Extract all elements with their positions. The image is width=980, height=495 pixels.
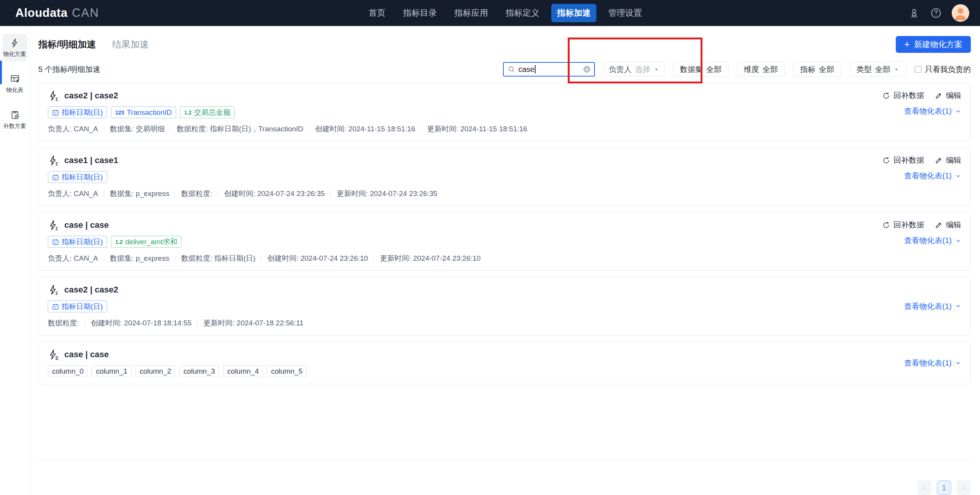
plan-card: Σ case | case 指标日期(日) 1.2 deliver_amt求和 xyxy=(38,212,971,271)
calendar-icon xyxy=(52,239,59,245)
date-grain-tag: 指标日期(日) xyxy=(48,236,107,248)
acceleration-plan-list: Σ case2 | case2 指标日期(日) 123 TransactionI… xyxy=(38,83,971,390)
dimension-tag: 123 TransactionID xyxy=(111,106,176,118)
sidebar-item-materialization-plan[interactable]: 物化方案 xyxy=(3,34,27,61)
backfill-data-button[interactable]: 回补数据 xyxy=(882,220,924,230)
edit-button[interactable]: 编辑 xyxy=(935,90,961,101)
measure-tag: 1.2 交易总金额 xyxy=(180,106,235,118)
pagination-next-button[interactable] xyxy=(956,480,971,495)
measure-type-icon: 1.2 xyxy=(115,239,122,245)
metric-plan-icon: Σ xyxy=(48,90,59,101)
view-materialized-table-link[interactable]: 查看物化表(1) xyxy=(904,235,961,246)
clear-search-icon[interactable]: ✕ xyxy=(583,66,590,73)
new-materialization-plan-button[interactable]: + 新建物化方案 xyxy=(896,36,971,53)
metric-plan-icon: Σ xyxy=(48,284,59,296)
only-mine-checkbox[interactable]: 只看我负责的 xyxy=(915,64,971,75)
calendar-icon xyxy=(52,109,59,116)
caret-down-icon xyxy=(654,67,659,72)
tab-result-acceleration[interactable]: 结果加速 xyxy=(112,38,149,51)
page-tabs: 指标/明细加速 结果加速 xyxy=(38,38,149,51)
nav-item-admin-settings[interactable]: 管理设置 xyxy=(603,4,648,22)
plus-icon: + xyxy=(904,39,910,49)
plan-card: case | case column_0 column_1 column_2 c… xyxy=(38,341,971,384)
topbar: Aloudata CAN 首页 指标目录 指标应用 指标定义 指标加速 管理设置 xyxy=(0,0,980,26)
plan-meta: 负责人: CAN_A 数据集: p_express 数据粒度: 创建时间: 20… xyxy=(48,189,961,199)
nav-item-metric-catalog[interactable]: 指标目录 xyxy=(397,4,443,22)
nav-item-home[interactable]: 首页 xyxy=(363,4,391,22)
edit-button[interactable]: 编辑 xyxy=(935,155,961,165)
column-tag: column_0 xyxy=(48,365,88,377)
measure-type-icon: 1.2 xyxy=(184,109,191,116)
logo-product: CAN xyxy=(72,6,99,20)
date-grain-tag: 指标日期(日) xyxy=(48,171,107,183)
sidebar-item-backfill-plan[interactable]: 补数方案 xyxy=(3,106,27,133)
view-materialized-table-link[interactable]: 查看物化表(1) xyxy=(904,358,961,368)
chevron-down-icon xyxy=(955,238,961,244)
nav-item-metric-acceleration[interactable]: 指标加速 xyxy=(551,4,596,22)
sidebar-item-label: 物化方案 xyxy=(3,51,26,58)
topbar-right-icons xyxy=(908,4,969,22)
refresh-icon xyxy=(882,92,890,100)
footer-divider xyxy=(38,460,971,461)
text-cursor xyxy=(535,65,536,74)
column-tag: column_4 xyxy=(223,365,263,377)
plan-meta: 负责人: CAN_A 数据集: 交易明细 数据粒度: 指标日期(日)，Trans… xyxy=(48,124,961,134)
owner-select[interactable]: 负责人 选择 xyxy=(603,62,665,77)
chevron-down-icon xyxy=(955,108,961,114)
refresh-icon xyxy=(882,157,890,164)
view-materialized-table-link[interactable]: 查看物化表(1) xyxy=(904,106,961,116)
logo-brand: Aloudata xyxy=(15,6,68,20)
app-logo: Aloudata CAN xyxy=(15,6,99,20)
sidebar-item-label: 物化表 xyxy=(6,87,23,94)
metric-plan-icon: Σ xyxy=(48,155,59,166)
svg-text:Σ: Σ xyxy=(56,97,58,101)
backfill-data-button[interactable]: 回补数据 xyxy=(882,90,924,101)
pagination: 1 xyxy=(38,480,971,495)
chevron-right-icon xyxy=(960,485,967,491)
svg-text:Σ: Σ xyxy=(56,162,58,166)
detail-plan-icon xyxy=(48,349,59,360)
pencil-icon xyxy=(935,221,942,229)
calendar-icon xyxy=(52,174,59,181)
filter-metric-button[interactable]: 指标 全部 xyxy=(793,62,841,77)
edit-button[interactable]: 编辑 xyxy=(935,220,961,230)
search-icon xyxy=(508,65,515,73)
plan-title: case2 | case2 xyxy=(64,285,118,295)
chevron-down-icon xyxy=(955,360,961,366)
search-input[interactable]: case ✕ xyxy=(503,62,595,77)
backfill-plan-icon xyxy=(10,110,20,120)
chevron-down-icon xyxy=(955,173,961,179)
view-materialized-table-link[interactable]: 查看物化表(1) xyxy=(904,301,961,311)
main-content: 指标/明细加速 结果加速 + 新建物化方案 5 个指标/明细加速 case xyxy=(30,26,980,495)
toolbar: 5 个指标/明细加速 case ✕ 负责人 选择 xyxy=(38,62,971,77)
pagination-prev-button[interactable] xyxy=(917,480,932,495)
view-materialized-table-link[interactable]: 查看物化表(1) xyxy=(904,171,961,181)
user-avatar[interactable] xyxy=(952,4,969,22)
refresh-icon xyxy=(882,221,890,229)
filter-type-button[interactable]: 类型 全部 xyxy=(849,62,906,77)
sidebar-item-label: 补数方案 xyxy=(3,123,26,130)
plan-meta: 负责人: CAN_A 数据集: p_express 数据粒度: 指标日期(日) … xyxy=(48,253,961,263)
backfill-data-button[interactable]: 回补数据 xyxy=(882,155,924,165)
sidebar-item-materialized-table[interactable]: 物化表 xyxy=(3,70,27,97)
caret-down-icon xyxy=(894,67,899,72)
column-tag: column_1 xyxy=(91,365,131,377)
approval-stamp-icon[interactable] xyxy=(908,7,920,19)
page-header: 指标/明细加速 结果加速 + 新建物化方案 xyxy=(38,36,971,53)
sidebar-active-indicator xyxy=(0,60,2,84)
date-grain-tag: 指标日期(日) xyxy=(48,106,107,118)
plan-meta: 数据粒度: 创建时间: 2024-07-18 18:14:55 更新时间: 20… xyxy=(48,318,961,328)
plan-title: case1 | case1 xyxy=(64,155,118,165)
chevron-left-icon xyxy=(921,485,928,491)
svg-text:Σ: Σ xyxy=(56,226,58,231)
nav-item-metric-definition[interactable]: 指标定义 xyxy=(500,4,545,22)
filter-dataset-button[interactable]: 数据集 全部 xyxy=(673,62,728,77)
help-icon[interactable] xyxy=(930,7,942,19)
plan-title: case2 | case2 xyxy=(64,91,118,101)
nav-item-metric-apps[interactable]: 指标应用 xyxy=(449,4,494,22)
column-tag: column_5 xyxy=(267,365,307,377)
pagination-page-1[interactable]: 1 xyxy=(937,480,951,495)
tab-metric-detail-acceleration[interactable]: 指标/明细加速 xyxy=(38,38,96,51)
filter-dimension-button[interactable]: 维度 全部 xyxy=(737,62,785,77)
plan-card: Σ case2 | case2 指标日期(日) 123 TransactionI… xyxy=(38,83,971,141)
